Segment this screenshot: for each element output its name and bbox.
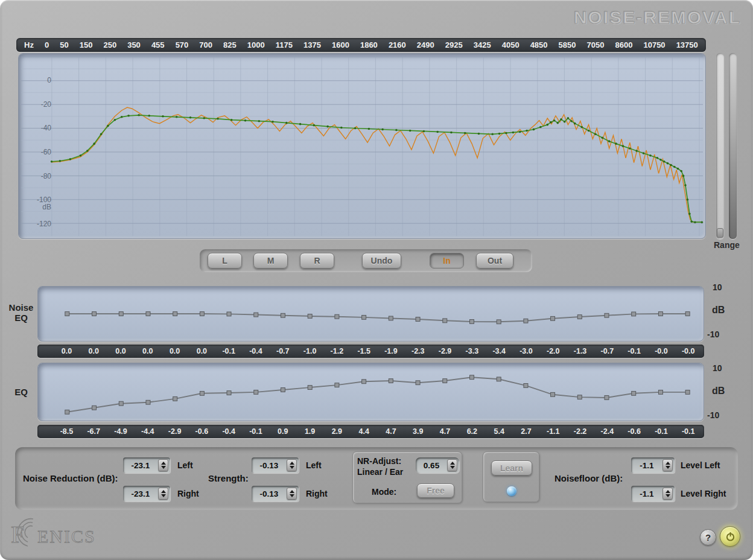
- eq-handle[interactable]: [200, 391, 204, 395]
- eq-handle[interactable]: [92, 406, 97, 410]
- learn-button[interactable]: Learn: [491, 460, 532, 476]
- strength-left-value[interactable]: -0.13: [252, 461, 287, 470]
- spinner-arrows-icon[interactable]: [287, 459, 297, 471]
- noise-reduction-left-spinner[interactable]: -23.1: [123, 457, 170, 473]
- noise-eq-plot[interactable]: [38, 287, 704, 341]
- eq-handle[interactable]: [551, 392, 555, 396]
- spinner-arrows-icon[interactable]: [662, 488, 673, 500]
- noise-eq-handle[interactable]: [173, 312, 177, 316]
- eq-handle[interactable]: [416, 381, 420, 385]
- noise-reduction-left-value[interactable]: -23.1: [123, 461, 158, 470]
- range-slider-thumb[interactable]: [717, 228, 723, 238]
- noise-eq-handle[interactable]: [497, 320, 501, 324]
- noisefloor-right-spinner[interactable]: -1.1: [631, 486, 675, 501]
- spin-down-icon[interactable]: [450, 466, 455, 469]
- spin-down-icon[interactable]: [290, 494, 294, 497]
- nr-adjust-value[interactable]: 0.65: [416, 461, 447, 470]
- channel-r-button[interactable]: R: [300, 253, 334, 269]
- spin-down-icon[interactable]: [290, 466, 294, 469]
- eq-handle[interactable]: [308, 386, 312, 390]
- spin-up-icon[interactable]: [161, 462, 166, 465]
- spin-up-icon[interactable]: [290, 490, 294, 493]
- noise-eq-handle[interactable]: [254, 313, 258, 317]
- noise-eq-handle[interactable]: [335, 314, 339, 319]
- monitor-out-button[interactable]: Out: [476, 253, 513, 269]
- eq-handle[interactable]: [119, 401, 123, 406]
- noisefloor-right-value[interactable]: -1.1: [631, 489, 662, 498]
- noise-eq-handle[interactable]: [281, 313, 285, 317]
- noise-reduction-right-spinner[interactable]: -23.1: [123, 486, 170, 501]
- undo-button[interactable]: Undo: [362, 253, 401, 269]
- spinner-arrows-icon[interactable]: [287, 488, 297, 500]
- noise-eq-handle[interactable]: [92, 312, 97, 316]
- noise-eq-handle[interactable]: [470, 319, 474, 323]
- range-meter[interactable]: [729, 53, 737, 239]
- noise-eq-handle[interactable]: [605, 313, 609, 317]
- eq-handle[interactable]: [632, 391, 636, 395]
- help-button[interactable]: ?: [700, 529, 716, 546]
- eq-handle[interactable]: [227, 391, 231, 395]
- eq-display[interactable]: [37, 363, 704, 421]
- eq-handle[interactable]: [254, 390, 258, 394]
- spin-up-icon[interactable]: [666, 490, 670, 493]
- strength-right-value[interactable]: -0.13: [252, 489, 287, 498]
- channel-m-button[interactable]: M: [253, 253, 288, 269]
- eq-handle[interactable]: [658, 390, 662, 394]
- noise-eq-handle[interactable]: [119, 312, 123, 316]
- spin-up-icon[interactable]: [161, 490, 166, 493]
- noise-eq-handle[interactable]: [308, 314, 312, 318]
- noise-eq-handle[interactable]: [551, 316, 555, 320]
- spin-up-icon[interactable]: [290, 462, 294, 465]
- spinner-arrows-icon[interactable]: [662, 459, 673, 471]
- eq-handle[interactable]: [577, 395, 582, 399]
- spinner-arrows-icon[interactable]: [447, 459, 457, 471]
- eq-handle[interactable]: [362, 380, 366, 384]
- eq-handle[interactable]: [281, 388, 285, 392]
- eq-handle[interactable]: [605, 395, 609, 399]
- noise-reduction-right-value[interactable]: -23.1: [123, 489, 158, 498]
- eq-handle[interactable]: [685, 390, 690, 394]
- spin-down-icon[interactable]: [161, 466, 166, 469]
- spinner-arrows-icon[interactable]: [158, 488, 168, 500]
- spin-down-icon[interactable]: [161, 494, 166, 497]
- noise-eq-handle[interactable]: [524, 319, 528, 323]
- spin-up-icon[interactable]: [666, 462, 670, 465]
- noise-eq-handle[interactable]: [227, 312, 231, 316]
- noise-eq-handle[interactable]: [146, 312, 150, 316]
- spin-down-icon[interactable]: [666, 494, 670, 497]
- eq-handle[interactable]: [65, 410, 69, 414]
- noise-eq-handle[interactable]: [632, 312, 636, 316]
- monitor-in-button[interactable]: In: [430, 253, 464, 269]
- eq-handle[interactable]: [443, 379, 447, 383]
- noise-eq-handle[interactable]: [389, 316, 393, 320]
- noise-eq-handle[interactable]: [65, 312, 69, 316]
- nr-adjust-spinner[interactable]: 0.65: [416, 457, 459, 473]
- strength-left-spinner[interactable]: -0.13: [252, 457, 299, 473]
- eq-plot[interactable]: [38, 363, 704, 421]
- eq-handle[interactable]: [389, 379, 393, 383]
- eq-handle[interactable]: [524, 383, 528, 387]
- noise-eq-handle[interactable]: [577, 315, 582, 319]
- eq-handle[interactable]: [146, 400, 150, 404]
- eq-handle[interactable]: [497, 377, 501, 381]
- mode-free-button[interactable]: Free: [417, 483, 454, 498]
- noise-eq-handle[interactable]: [658, 312, 662, 316]
- noisefloor-left-value[interactable]: -1.1: [631, 461, 662, 470]
- spin-up-icon[interactable]: [450, 462, 455, 465]
- range-slider-track[interactable]: [716, 53, 724, 239]
- channel-l-button[interactable]: L: [208, 253, 242, 269]
- power-button[interactable]: [720, 526, 740, 547]
- noisefloor-left-spinner[interactable]: -1.1: [631, 457, 675, 473]
- eq-handle[interactable]: [335, 383, 339, 387]
- noise-eq-handle[interactable]: [416, 317, 420, 322]
- noise-eq-handle[interactable]: [443, 319, 447, 323]
- eq-handle[interactable]: [173, 396, 177, 401]
- noise-eq-handle[interactable]: [362, 315, 366, 319]
- noise-eq-display[interactable]: [37, 286, 704, 342]
- spin-down-icon[interactable]: [666, 466, 670, 469]
- noise-eq-handle[interactable]: [685, 312, 690, 316]
- strength-right-spinner[interactable]: -0.13: [252, 486, 299, 501]
- eq-handle[interactable]: [470, 375, 474, 380]
- noise-eq-handle[interactable]: [200, 312, 204, 316]
- spinner-arrows-icon[interactable]: [158, 459, 168, 471]
